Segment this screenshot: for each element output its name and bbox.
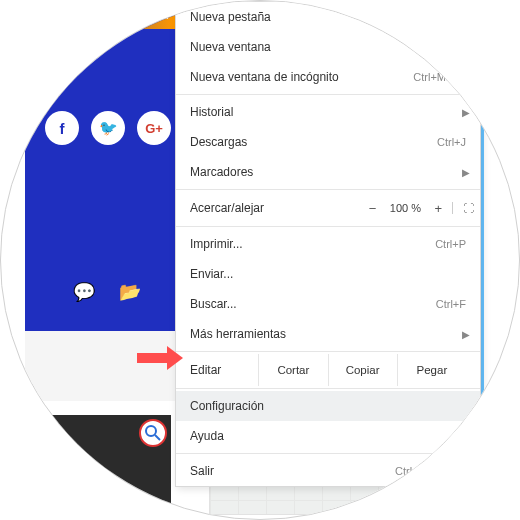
menu-help[interactable]: Ayuda▶: [176, 421, 480, 451]
facebook-icon[interactable]: f: [45, 111, 79, 145]
menu-new-tab[interactable]: Nueva pestaña: [176, 2, 480, 32]
page-bottom-icons: 💬 📂: [73, 281, 141, 303]
zoom-in-button[interactable]: +: [434, 201, 442, 216]
menu-settings[interactable]: Configuración: [176, 391, 480, 421]
edit-label: Editar: [190, 363, 258, 377]
edit-copy[interactable]: Copiar: [328, 354, 397, 386]
zoom-out-button[interactable]: −: [369, 201, 377, 216]
chevron-right-icon: ▶: [462, 107, 470, 118]
page-header-badge: REA: [25, 1, 175, 29]
folder-icon[interactable]: 📂: [119, 281, 141, 303]
menu-history[interactable]: Historial▶: [176, 97, 480, 127]
svg-point-2: [140, 420, 166, 446]
social-row: f 🐦 G+: [45, 111, 171, 145]
menu-downloads[interactable]: DescargasCtrl+J: [176, 127, 480, 157]
menu-print[interactable]: Imprimir...Ctrl+P: [176, 229, 480, 259]
menu-cast[interactable]: Enviar...: [176, 259, 480, 289]
menu-more-tools[interactable]: Más herramientas▶: [176, 319, 480, 349]
menu-find[interactable]: Buscar...Ctrl+F: [176, 289, 480, 319]
menu-edit-row: Editar Cortar Copiar Pegar: [176, 354, 480, 386]
menu-bookmarks[interactable]: Marcadores▶: [176, 157, 480, 187]
magnifier-badge-icon: [139, 419, 167, 447]
fullscreen-icon[interactable]: ⛶: [452, 202, 466, 214]
arrow-head-icon: [167, 346, 183, 370]
google-plus-icon[interactable]: G+: [137, 111, 171, 145]
thumbnail-shield[interactable]: [27, 415, 171, 515]
selection-edge: [481, 1, 484, 413]
chrome-main-menu: Nueva pestaña Nueva ventana Nueva ventan…: [175, 1, 481, 487]
chevron-right-icon: ▶: [462, 431, 470, 442]
menu-zoom-row: Acercar/alejar − 100 % + ⛶: [176, 192, 480, 224]
arrow-tail: [137, 353, 167, 363]
chevron-right-icon: ▶: [462, 167, 470, 178]
chevron-right-icon: ▶: [462, 329, 470, 340]
viewport-circle: REA f 🐦 G+ 💬 📂 Nueva pestaña Nueva venta…: [0, 0, 520, 520]
chat-icon[interactable]: 💬: [73, 281, 95, 303]
menu-new-window[interactable]: Nueva ventana: [176, 32, 480, 62]
zoom-percent: 100 %: [386, 202, 424, 214]
menu-incognito[interactable]: Nueva ventana de incógnitoCtrl+May...: [176, 62, 480, 92]
edit-cut[interactable]: Cortar: [258, 354, 327, 386]
edit-paste[interactable]: Pegar: [397, 354, 466, 386]
callout-arrow: [137, 346, 183, 370]
menu-exit[interactable]: SalirCtrl+Mayús+Q: [176, 456, 480, 486]
zoom-label: Acercar/alejar: [190, 201, 359, 215]
twitter-icon[interactable]: 🐦: [91, 111, 125, 145]
